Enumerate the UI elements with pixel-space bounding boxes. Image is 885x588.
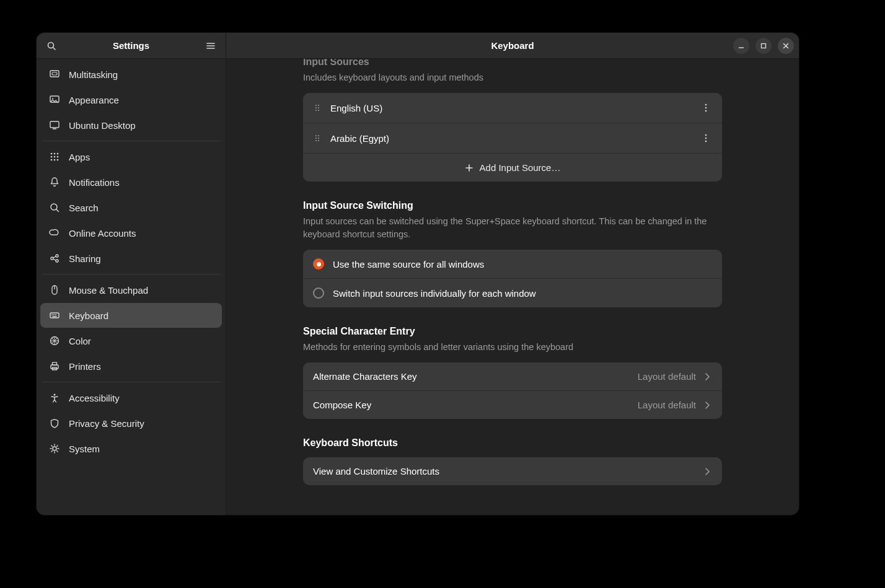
input-source-menu-button[interactable] bbox=[700, 132, 712, 144]
sidebar[interactable]: MultitaskingAppearanceUbuntu DesktopApps… bbox=[37, 59, 226, 515]
svg-point-17 bbox=[54, 159, 56, 161]
section-input-sources: Input Sources Includes keyboard layouts … bbox=[303, 59, 722, 182]
privacy-security-icon bbox=[49, 418, 60, 429]
chevron-right-icon bbox=[705, 402, 712, 409]
sidebar-item-ubuntu-desktop[interactable]: Ubuntu Desktop bbox=[40, 113, 222, 138]
svg-point-23 bbox=[56, 260, 58, 262]
special-entry-row[interactable]: Compose KeyLayout default bbox=[303, 391, 722, 419]
input-sources-group: English (US)Arabic (Egypt)Add Input Sour… bbox=[303, 93, 722, 182]
radio-button[interactable] bbox=[313, 258, 324, 270]
svg-point-16 bbox=[51, 159, 53, 161]
special-entry-row[interactable]: Alternate Characters KeyLayout default bbox=[303, 362, 722, 391]
sidebar-item-privacy-security[interactable]: Privacy & Security bbox=[40, 411, 222, 436]
svg-rect-3 bbox=[762, 43, 766, 48]
section-desc: Input sources can be switched using the … bbox=[303, 215, 722, 241]
svg-point-38 bbox=[53, 447, 56, 450]
hamburger-button[interactable] bbox=[202, 37, 219, 55]
chevron-right-icon bbox=[705, 373, 712, 380]
sidebar-item-label: Apps bbox=[69, 152, 90, 162]
svg-point-14 bbox=[54, 156, 56, 158]
add-input-source-button[interactable]: Add Input Source… bbox=[303, 154, 722, 182]
sidebar-item-label: Ubuntu Desktop bbox=[69, 120, 136, 131]
sidebar-item-label: Accessibility bbox=[69, 393, 120, 403]
search-button[interactable] bbox=[43, 37, 60, 55]
radio-button[interactable] bbox=[313, 287, 324, 299]
input-source-row[interactable]: English (US) bbox=[303, 93, 722, 123]
switching-option-label: Switch input sources individually for ea… bbox=[333, 288, 536, 299]
input-source-menu-button[interactable] bbox=[700, 102, 712, 114]
maximize-icon bbox=[760, 43, 767, 49]
svg-point-18 bbox=[57, 159, 59, 161]
svg-rect-28 bbox=[50, 313, 59, 318]
svg-point-44 bbox=[318, 110, 319, 111]
maximize-button[interactable] bbox=[755, 38, 772, 54]
sidebar-item-mouse-touchpad[interactable]: Mouse & Touchpad bbox=[40, 278, 222, 302]
drag-handle-icon[interactable] bbox=[313, 133, 322, 143]
sidebar-item-online-accounts[interactable]: Online Accounts bbox=[40, 221, 222, 245]
svg-rect-35 bbox=[53, 362, 57, 365]
svg-rect-8 bbox=[50, 121, 59, 128]
section-desc: Includes keyboard layouts and input meth… bbox=[303, 71, 722, 84]
drag-handle-icon[interactable] bbox=[313, 103, 322, 113]
titlebar-content-header: Keyboard bbox=[226, 33, 799, 58]
sidebar-item-multitasking[interactable]: Multitasking bbox=[40, 62, 222, 87]
switching-option-row[interactable]: Switch input sources individually for ea… bbox=[303, 279, 722, 307]
svg-point-42 bbox=[318, 107, 319, 108]
hamburger-icon bbox=[206, 41, 216, 51]
svg-point-21 bbox=[51, 257, 53, 260]
plus-icon bbox=[465, 164, 473, 172]
add-input-source-label: Add Input Source… bbox=[480, 162, 561, 173]
svg-line-24 bbox=[53, 257, 56, 258]
close-icon bbox=[783, 43, 789, 49]
row-value: Layout default bbox=[638, 400, 696, 410]
switching-option-row[interactable]: Use the same source for all windows bbox=[303, 250, 722, 279]
svg-point-12 bbox=[57, 153, 59, 155]
sidebar-item-system[interactable]: System bbox=[40, 436, 222, 461]
svg-point-43 bbox=[315, 110, 317, 111]
svg-point-51 bbox=[318, 138, 319, 139]
search-icon bbox=[46, 41, 56, 51]
sidebar-item-color[interactable]: Color bbox=[40, 328, 222, 353]
sidebar-item-keyboard[interactable]: Keyboard bbox=[40, 303, 222, 328]
svg-point-55 bbox=[705, 138, 707, 139]
window-controls bbox=[733, 38, 794, 54]
sidebar-separator bbox=[42, 141, 221, 141]
sidebar-item-notifications[interactable]: Notifications bbox=[40, 170, 222, 195]
row-value: Layout default bbox=[638, 371, 696, 382]
sidebar-item-label: Search bbox=[69, 203, 99, 213]
sidebar-item-label: System bbox=[69, 444, 100, 454]
svg-point-50 bbox=[315, 138, 317, 139]
content-pane[interactable]: Input Sources Includes keyboard layouts … bbox=[226, 59, 799, 515]
row-label: Alternate Characters Key bbox=[313, 371, 417, 382]
sharing-icon bbox=[49, 253, 60, 264]
section-title: Keyboard Shortcuts bbox=[303, 437, 722, 449]
input-source-label: Arabic (Egypt) bbox=[330, 133, 389, 144]
sidebar-item-label: Keyboard bbox=[69, 310, 108, 321]
section-title: Input Source Switching bbox=[303, 200, 722, 211]
switching-option-label: Use the same source for all windows bbox=[333, 259, 484, 270]
sidebar-item-printers[interactable]: Printers bbox=[40, 354, 222, 379]
sidebar-item-label: Notifications bbox=[69, 177, 120, 188]
search-icon bbox=[49, 202, 60, 213]
switching-group: Use the same source for all windowsSwitc… bbox=[303, 250, 722, 307]
minimize-icon bbox=[738, 43, 744, 49]
svg-point-52 bbox=[315, 140, 317, 141]
sidebar-item-search[interactable]: Search bbox=[40, 195, 222, 220]
svg-point-22 bbox=[56, 255, 58, 257]
svg-point-46 bbox=[705, 107, 707, 109]
sidebar-item-apps[interactable]: Apps bbox=[40, 144, 222, 169]
close-button[interactable] bbox=[778, 38, 794, 54]
minimize-button[interactable] bbox=[733, 38, 749, 54]
sidebar-item-label: Multitasking bbox=[69, 69, 118, 80]
special-group: Alternate Characters KeyLayout defaultCo… bbox=[303, 362, 722, 419]
accessibility-icon bbox=[49, 392, 60, 403]
input-source-row[interactable]: Arabic (Egypt) bbox=[303, 123, 722, 154]
color-icon bbox=[49, 335, 60, 346]
sidebar-item-sharing[interactable]: Sharing bbox=[40, 246, 222, 271]
sidebar-item-accessibility[interactable]: Accessibility bbox=[40, 385, 222, 410]
svg-point-49 bbox=[318, 135, 319, 136]
view-shortcuts-row[interactable]: View and Customize Shortcuts bbox=[303, 457, 722, 485]
svg-rect-34 bbox=[51, 365, 58, 369]
sidebar-item-label: Color bbox=[69, 336, 91, 346]
sidebar-item-appearance[interactable]: Appearance bbox=[40, 87, 222, 112]
